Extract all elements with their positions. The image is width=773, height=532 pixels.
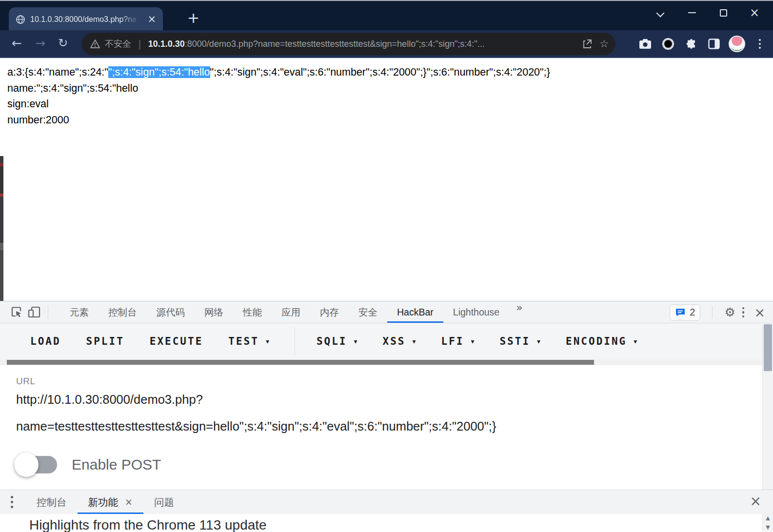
maximize-button[interactable] [708,1,739,24]
devtools-menu-kebab-icon[interactable] [742,307,745,318]
minimize-button[interactable] [676,1,708,24]
extensions-row [637,35,768,53]
browser-toolbar: 不安全 10.1.0.30:8000/demo3.php?name=testte… [0,30,773,58]
hackbar-toolbar: LOAD SPLIT EXECUTE TEST SQLI XSS LFI SST… [0,323,773,359]
output-line-number: number:2000 [7,112,768,128]
drawer-tab-console[interactable]: 控制台 [26,490,78,514]
issues-count: 2 [690,307,695,318]
drawer-tabbar: 控制台 新功能 问题 [0,490,773,514]
back-button[interactable] [12,37,22,49]
output-line-sign: sign:eval [7,96,768,112]
hackbar-panel: URL http://10.1.0.30:8000/demo3.php? nam… [0,365,773,490]
url-field-line1[interactable]: http://10.1.0.30:8000/demo3.php? [16,393,773,407]
dropdown-caret-icon [471,337,474,345]
hackbar-ssti-menu[interactable]: SSTI [499,335,540,347]
not-secure-warning-icon [90,39,100,48]
vertical-scrollbar[interactable] [762,324,773,490]
forward-button[interactable] [35,37,45,49]
background-window-sliver [0,156,3,301]
selected-text[interactable]: ";s:4:"sign";s:54:"hello [108,66,210,78]
side-panel-icon[interactable] [706,35,722,53]
tab-lighthouse[interactable]: Lighthouse [443,301,509,323]
security-label[interactable]: 不安全 [105,38,131,50]
vertical-scrollbar-thumb[interactable] [764,324,772,371]
window-close-button[interactable] [739,1,770,24]
omnibox-actions [582,38,609,50]
url-host: 10.1.0.30 [148,39,185,49]
hackbar-divider [295,327,295,355]
tab-title: 10.1.0.30:8000/demo3.php?na [30,15,141,24]
devtools-settings-gear-icon[interactable] [724,306,735,318]
whats-new-headline[interactable]: Highlights from the Chrome 113 update [29,517,267,532]
devtools-panel: 元素 控制台 源代码 网络 性能 应用 内存 安全 HackBar Lighth… [0,301,773,532]
url-text[interactable]: 10.1.0.30:8000/demo3.php?name=testtestte… [148,39,577,49]
browser-window: 10.1.0.30:8000/demo3.php?na 不安全 [0,0,773,532]
url-field-label: URL [16,376,773,387]
extensions-puzzle-icon[interactable] [683,35,699,53]
window-controls [645,1,770,24]
omnibox-separator [136,38,143,50]
bookmark-star-icon[interactable] [599,38,609,50]
tab-hackbar[interactable]: HackBar [387,301,443,323]
inspect-element-icon[interactable] [8,304,25,320]
dropdown-caret-icon [634,337,637,345]
browser-tab[interactable]: 10.1.0.30:8000/demo3.php?na [9,7,163,31]
dropdown-caret-icon [266,337,269,345]
devtools-close-icon[interactable] [751,306,768,319]
hackbar-load-button[interactable]: LOAD [30,335,61,347]
hackbar-test-menu[interactable]: TEST [228,335,269,347]
hackbar-sqli-menu[interactable]: SQLI [317,335,357,347]
tab-search-chevron-icon[interactable] [645,1,676,24]
dropdown-caret-icon [354,337,357,345]
drawer-close-icon[interactable] [750,494,761,508]
titlebar: 10.1.0.30:8000/demo3.php?na [0,0,773,30]
tab-memory[interactable]: 内存 [310,301,349,323]
chat-bubble-icon [675,308,686,317]
drawer-tab-whats-new[interactable]: 新功能 [78,490,143,514]
browser-menu-kebab-icon[interactable] [752,35,768,53]
hackbar-split-button[interactable]: SPLIT [86,335,124,347]
share-icon[interactable] [582,39,593,49]
hackbar-xss-menu[interactable]: XSS [383,335,416,347]
new-tab-button[interactable] [187,11,199,25]
hackbar-encoding-menu[interactable]: ENCODING [566,335,637,347]
horizontal-scrollbar-thumb[interactable] [7,360,594,365]
horizontal-scrollbar[interactable] [0,359,762,365]
tab-performance[interactable]: 性能 [233,301,272,323]
reload-button[interactable] [58,37,68,49]
more-tabs-icon[interactable] [509,301,529,323]
scroll-up-icon[interactable] [766,515,770,521]
tab-security[interactable]: 安全 [349,301,387,323]
dropdown-caret-icon [537,337,540,345]
screenshot-camera-icon[interactable] [637,35,654,53]
url-rest: :8000/demo3.php?name=testtesttesttesttes… [185,39,485,49]
hackbar-execute-button[interactable]: EXECUTE [150,335,203,347]
tab-elements[interactable]: 元素 [60,301,99,323]
drawer-tab-issues[interactable]: 问题 [143,490,185,514]
enable-post-toggle[interactable] [16,454,58,475]
address-bar[interactable]: 不安全 10.1.0.30:8000/demo3.php?name=testte… [81,33,615,55]
dark-mode-extension-icon[interactable] [660,35,676,53]
tab-close-icon[interactable] [146,14,157,24]
serialized-output-line1: a:3:{s:4:"name";s:24:"";s:4:"sign";s:54:… [7,64,768,80]
actions-divider [712,306,713,319]
drawer-scrollbar[interactable] [762,514,773,532]
drawer-menu-kebab-icon[interactable] [11,496,13,508]
device-toolbar-icon[interactable] [25,304,43,320]
devtools-tabbar: 元素 控制台 源代码 网络 性能 应用 内存 安全 HackBar Lighth… [0,301,773,323]
drawer-tab-close-icon[interactable] [125,497,133,507]
profile-avatar[interactable] [729,35,745,53]
tab-application[interactable]: 应用 [272,301,310,323]
devtools-tabs: 元素 控制台 源代码 网络 性能 应用 内存 安全 HackBar Lighth… [60,301,530,323]
issues-badge[interactable]: 2 [670,304,700,321]
devtools-tabbar-actions: 2 [670,301,768,323]
tab-network[interactable]: 网络 [195,301,233,323]
toolbar-divider [48,306,48,318]
output-line-name: name:";s:4:"sign";s:54:"hello [7,80,768,97]
tab-sources[interactable]: 源代码 [147,301,195,323]
url-field-line2[interactable]: name=testtesttesttesttesttest&sign=hello… [16,419,773,433]
hackbar-lfi-menu[interactable]: LFI [441,335,475,347]
site-favicon-globe-icon [16,15,25,24]
scroll-down-icon[interactable] [766,525,770,530]
tab-console[interactable]: 控制台 [99,301,147,323]
